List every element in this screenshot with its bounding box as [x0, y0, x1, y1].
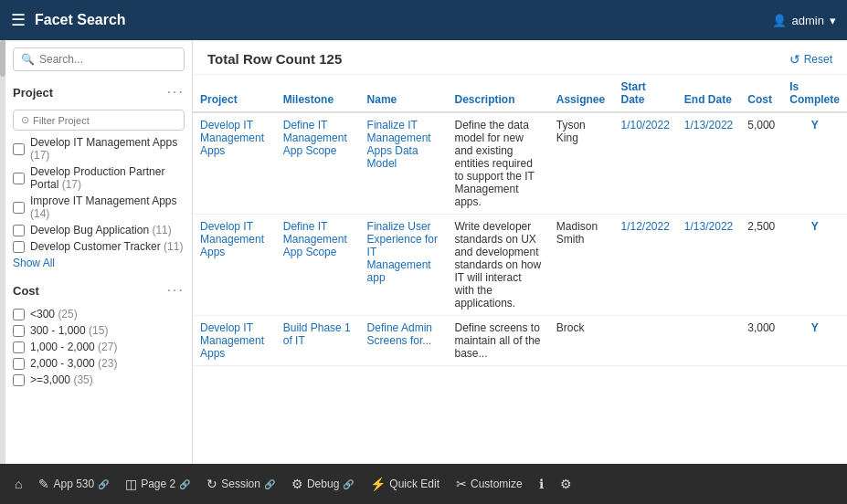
project-filter-box[interactable]: ⊙ — [13, 110, 185, 131]
facet-cost-3-label: 1,000 - 2,000 (27) — [30, 341, 117, 353]
facet-project-5-checkbox[interactable] — [13, 241, 25, 253]
facet-cost-1-label: <300 (25) — [30, 308, 78, 320]
filter-icon: ⊙ — [21, 114, 29, 126]
taskbar-info[interactable]: ℹ — [532, 473, 551, 495]
edit-icon: ✎ — [38, 477, 49, 491]
facet-cost-1: <300 (25) — [13, 308, 185, 320]
cell-description: Define the data model for new and existi… — [447, 112, 548, 215]
cell-milestone[interactable]: Define IT Management App Scope — [276, 215, 360, 316]
facet-cost-2-checkbox[interactable] — [13, 325, 25, 337]
quick-edit-icon: ⚡ — [370, 477, 386, 491]
project-section-menu[interactable]: ··· — [167, 84, 185, 100]
cell-is-complete: Y — [782, 112, 847, 215]
cell-description: Define screens to maintain all of the ba… — [447, 316, 548, 366]
col-milestone[interactable]: Milestone — [276, 75, 360, 112]
facet-project-2-checkbox[interactable] — [13, 173, 25, 184]
cell-cost: 3,000 — [740, 316, 782, 366]
table-header-row: Project Milestone Name Description Assig… — [193, 75, 847, 112]
cell-start-date[interactable]: 1/10/2022 — [613, 112, 676, 215]
cell-milestone[interactable]: Build Phase 1 of IT — [276, 316, 360, 366]
project-section-header: Project ··· — [13, 80, 185, 104]
facet-cost-3: 1,000 - 2,000 (27) — [13, 341, 185, 353]
col-project[interactable]: Project — [193, 75, 276, 112]
cell-start-date[interactable]: 1/12/2022 — [613, 215, 676, 316]
sidebar: 🔍 Project ··· ⊙ Develop IT Management Ap… — [5, 40, 193, 464]
facet-project-4-checkbox[interactable] — [13, 225, 25, 236]
project-filter-input[interactable] — [33, 115, 176, 126]
facet-project-5: Develop Customer Tracker (11) — [13, 240, 185, 253]
chevron-down-icon: ▾ — [830, 14, 836, 27]
taskbar-settings[interactable]: ⚙ — [553, 473, 579, 495]
facet-project-3-label: Improve IT Management Apps (14) — [30, 194, 185, 220]
cost-section-title: Cost — [13, 284, 39, 298]
cell-assignee: Tyson King — [549, 112, 614, 215]
facet-cost-4-label: 2,000 - 3,000 (23) — [30, 357, 117, 370]
cell-project[interactable]: Develop IT Management Apps — [193, 316, 276, 366]
col-name[interactable]: Name — [360, 75, 448, 112]
cost-section-menu[interactable]: ··· — [167, 282, 185, 299]
cell-end-date — [677, 316, 740, 366]
taskbar-page-label: Page 2 — [141, 478, 175, 490]
facet-project-4: Develop Bug Application (11) — [13, 224, 185, 236]
cell-name[interactable]: Finalize User Experience for IT Manageme… — [360, 215, 448, 316]
header-left: ☰ Facet Search — [11, 10, 126, 30]
search-icon: 🔍 — [21, 53, 35, 66]
col-start-date[interactable]: StartDate — [613, 75, 676, 112]
cell-name[interactable]: Define Admin Screens for... — [360, 316, 448, 366]
facet-cost-2: 300 - 1,000 (15) — [13, 324, 185, 337]
user-menu[interactable]: 👤 admin ▾ — [772, 14, 836, 27]
facet-cost-5-checkbox[interactable] — [13, 374, 25, 386]
sidebar-scrollbar[interactable] — [0, 40, 5, 464]
facet-project-1: Develop IT Management Apps (17) — [13, 136, 185, 162]
cell-is-complete: Y — [782, 316, 847, 366]
facet-project-3-checkbox[interactable] — [13, 202, 25, 214]
cell-is-complete: Y — [782, 215, 847, 316]
col-cost[interactable]: Cost — [740, 75, 782, 112]
cell-assignee: Madison Smith — [549, 215, 614, 316]
cell-project[interactable]: Develop IT Management Apps — [193, 215, 276, 316]
page-icon: ◫ — [125, 477, 137, 491]
cell-project[interactable]: Develop IT Management Apps — [193, 112, 276, 215]
taskbar-app[interactable]: ✎ App 530 🔗 — [31, 473, 116, 495]
results-table: Project Milestone Name Description Assig… — [193, 75, 847, 366]
taskbar-page[interactable]: ◫ Page 2 🔗 — [118, 473, 197, 495]
table-row: Develop IT Management Apps Define IT Man… — [193, 112, 847, 215]
facet-cost-4-checkbox[interactable] — [13, 358, 25, 370]
cell-milestone[interactable]: Define IT Management App Scope — [276, 112, 360, 215]
taskbar-session[interactable]: ↻ Session 🔗 — [199, 473, 282, 495]
col-end-date[interactable]: End Date — [677, 75, 740, 112]
debug-icon: ⚙ — [291, 477, 303, 491]
cell-description: Write developer standards on UX and deve… — [447, 215, 548, 316]
reset-button[interactable]: ↺ Reset — [789, 52, 832, 67]
project-show-all[interactable]: Show All — [13, 257, 185, 269]
facet-project-4-label: Develop Bug Application (11) — [30, 224, 172, 236]
reset-label: Reset — [804, 53, 832, 66]
taskbar-quick-edit[interactable]: ⚡ Quick Edit — [363, 473, 447, 495]
cell-end-date[interactable]: 1/13/2022 — [677, 215, 740, 316]
cell-end-date[interactable]: 1/13/2022 — [677, 112, 740, 215]
cell-assignee: Brock — [549, 316, 614, 366]
facet-cost-1-checkbox[interactable] — [13, 309, 25, 320]
project-section-title: Project — [13, 86, 53, 100]
taskbar-customize[interactable]: ✂ Customize — [449, 473, 530, 495]
home-icon: ⌂ — [15, 477, 22, 491]
taskbar-home[interactable]: ⌂ — [7, 473, 29, 495]
col-description[interactable]: Description — [447, 75, 548, 112]
cell-cost: 2,500 — [740, 215, 782, 316]
session-icon: ↻ — [206, 477, 217, 491]
global-search-box[interactable]: 🔍 — [13, 47, 185, 71]
col-is-complete[interactable]: IsComplete — [782, 75, 847, 112]
search-input[interactable] — [39, 53, 176, 66]
facet-project-3: Improve IT Management Apps (14) — [13, 194, 185, 220]
facet-project-1-checkbox[interactable] — [13, 143, 25, 155]
hamburger-icon[interactable]: ☰ — [11, 10, 26, 30]
content-area: Total Row Count 125 ↺ Reset Project Mile… — [193, 40, 847, 464]
cell-name[interactable]: Finalize IT Management Apps Data Model — [360, 112, 448, 215]
col-assignee[interactable]: Assignee — [549, 75, 614, 112]
taskbar-session-label: Session — [221, 478, 260, 490]
taskbar: ⌂ ✎ App 530 🔗 ◫ Page 2 🔗 ↻ Session 🔗 ⚙ D… — [0, 464, 847, 504]
facet-cost-3-checkbox[interactable] — [13, 341, 25, 353]
taskbar-page-link-icon: 🔗 — [179, 479, 190, 489]
taskbar-debug[interactable]: ⚙ Debug 🔗 — [284, 473, 361, 495]
facet-project-5-label: Develop Customer Tracker (11) — [30, 240, 183, 253]
